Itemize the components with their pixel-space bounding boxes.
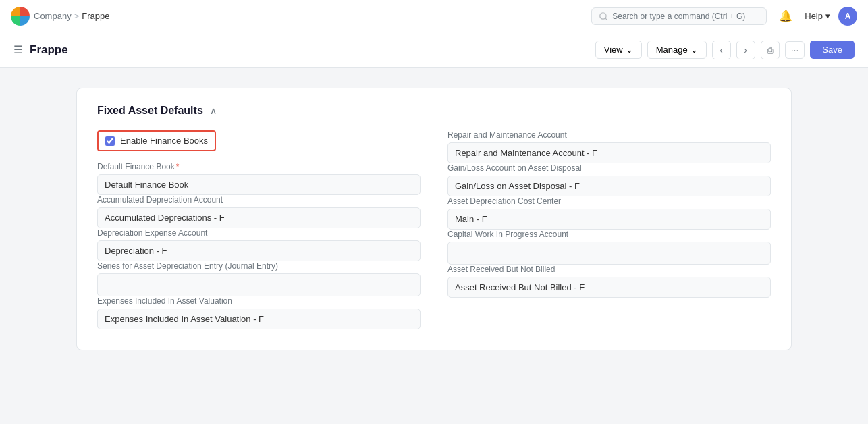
subheader-right: View ⌄ Manage ⌄ ‹ › ⎙ ··· Save	[595, 41, 855, 59]
fixed-asset-defaults-section: Fixed Asset Defaults ∧ Enable Finance Bo…	[76, 88, 792, 350]
right-field-input-3[interactable]	[447, 242, 771, 265]
right-field-group-3: Capital Work In Progress Account	[447, 230, 771, 265]
page-title: Frappe	[30, 43, 68, 57]
chevron-down-icon: ▾	[825, 11, 830, 21]
right-field-input-2[interactable]	[447, 209, 771, 230]
section-title: Fixed Asset Defaults	[97, 105, 203, 117]
left-field-label-1: Accumulated Depreciation Account	[97, 195, 421, 205]
prev-button[interactable]: ‹	[712, 41, 731, 59]
left-field-input-0[interactable]	[97, 174, 421, 195]
app-logo	[11, 7, 30, 26]
view-button[interactable]: View ⌄	[595, 41, 642, 59]
navbar-left: Company > Frappe	[11, 7, 109, 26]
breadcrumb-sep1: >	[74, 11, 80, 21]
search-icon	[599, 11, 608, 21]
right-field-group-4: Asset Received But Not Billed	[447, 265, 771, 298]
manage-button[interactable]: Manage ⌄	[647, 41, 707, 59]
enable-finance-books-row[interactable]: Enable Finance Books	[97, 130, 216, 151]
right-field-label-1: Gain/Loss Account on Asset Disposal	[447, 163, 771, 173]
svg-point-0	[600, 12, 606, 18]
save-button[interactable]: Save	[810, 41, 855, 59]
right-field-label-3: Capital Work In Progress Account	[447, 230, 771, 239]
left-field-group-3: Series for Asset Depreciation Entry (Jou…	[97, 261, 421, 296]
left-column: Enable Finance Books Default Finance Boo…	[97, 130, 421, 329]
right-field-group-0: Repair and Maintenance Account	[447, 130, 771, 163]
print-button[interactable]: ⎙	[761, 41, 780, 59]
subheader: ☰ Frappe View ⌄ Manage ⌄ ‹ › ⎙ ··· Save	[0, 32, 868, 68]
search-placeholder: Search or type a command (Ctrl + G)	[612, 11, 745, 21]
search-bar[interactable]: Search or type a command (Ctrl + G)	[591, 7, 767, 25]
right-column: Repair and Maintenance AccountGain/Loss …	[447, 130, 771, 329]
left-field-group-4: Expenses Included In Asset Valuation	[97, 296, 421, 329]
right-field-label-2: Asset Depreciation Cost Center	[447, 196, 771, 206]
breadcrumb-current: Frappe	[82, 11, 109, 21]
form-grid: Enable Finance Books Default Finance Boo…	[97, 130, 771, 329]
enable-finance-books-label: Enable Finance Books	[120, 136, 208, 146]
left-field-input-3[interactable]	[97, 273, 421, 296]
left-field-group-1: Accumulated Depreciation Account	[97, 195, 421, 228]
subheader-left: ☰ Frappe	[13, 43, 68, 57]
right-field-input-4[interactable]	[447, 277, 771, 298]
left-field-input-4[interactable]	[97, 309, 421, 329]
navbar-right: Search or type a command (Ctrl + G) 🔔 He…	[591, 5, 857, 27]
left-field-input-2[interactable]	[97, 240, 421, 261]
notifications-button[interactable]: 🔔	[775, 5, 796, 27]
collapse-icon[interactable]: ∧	[210, 105, 217, 116]
chevron-down-icon: ⌄	[690, 45, 698, 55]
svg-line-1	[605, 18, 607, 20]
chevron-down-icon: ⌄	[626, 45, 633, 55]
more-options-button[interactable]: ···	[785, 41, 805, 59]
help-button[interactable]: Help ▾	[805, 11, 830, 21]
left-field-label-4: Expenses Included In Asset Valuation	[97, 296, 421, 306]
menu-icon[interactable]: ☰	[13, 43, 23, 56]
breadcrumb: Company > Frappe	[34, 11, 109, 21]
navbar: Company > Frappe Search or type a comman…	[0, 0, 868, 32]
right-field-group-1: Gain/Loss Account on Asset Disposal	[447, 163, 771, 196]
main-content: Fixed Asset Defaults ∧ Enable Finance Bo…	[63, 68, 805, 371]
right-field-label-4: Asset Received But Not Billed	[447, 265, 771, 274]
left-field-label-0: Default Finance Book*	[97, 162, 421, 171]
left-field-label-3: Series for Asset Depreciation Entry (Jou…	[97, 261, 421, 271]
right-field-label-0: Repair and Maintenance Account	[447, 130, 771, 140]
avatar: A	[838, 7, 857, 26]
left-field-input-1[interactable]	[97, 207, 421, 228]
left-field-label-2: Depreciation Expense Account	[97, 228, 421, 238]
right-fields: Repair and Maintenance AccountGain/Loss …	[447, 130, 771, 298]
right-field-group-2: Asset Depreciation Cost Center	[447, 196, 771, 230]
breadcrumb-company[interactable]: Company	[34, 11, 72, 21]
right-field-input-1[interactable]	[447, 176, 771, 196]
right-field-input-0[interactable]	[447, 142, 771, 163]
enable-finance-books-checkbox[interactable]	[105, 136, 115, 146]
next-button[interactable]: ›	[736, 41, 755, 59]
left-field-group-0: Default Finance Book*	[97, 162, 421, 195]
left-field-group-2: Depreciation Expense Account	[97, 228, 421, 261]
section-header: Fixed Asset Defaults ∧	[97, 105, 771, 117]
left-fields: Default Finance Book*Accumulated Depreci…	[97, 162, 421, 329]
